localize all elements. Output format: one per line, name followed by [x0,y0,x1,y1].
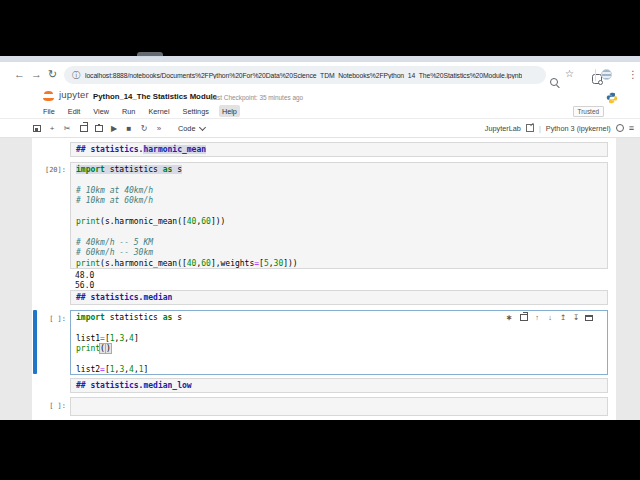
insert-cell-icon[interactable]: + [48,124,56,133]
notebook-toolbar: +✂▶■↻» Code JupyterLab | Python 3 (ipyke… [0,119,640,138]
url-text[interactable]: localhost:8888/notebooks/Documents%2FPyt… [85,72,522,79]
browser-window: ← → ↻ ⓘ localhost:8888/notebooks/Documen… [0,56,640,420]
move-cell-down-icon[interactable]: ↓ [546,313,554,322]
insert-cell-below-icon[interactable]: ↧ [572,313,580,322]
profile-avatar[interactable] [601,69,612,80]
restart-kernel-icon[interactable]: ↻ [140,124,148,133]
restart-run-all-icon[interactable]: » [155,124,163,133]
code-cell-harmonic-mean[interactable]: import statistics as s # 10km at 40km/h#… [70,162,608,269]
jupyterlab-link[interactable]: JupyterLab [485,124,521,133]
toolbar-separator: | [539,124,541,133]
letterbox-top [0,0,640,56]
zoom-level-icon[interactable] [550,78,558,86]
letterbox-bottom [0,420,640,480]
execution-count-20: [20]: [36,166,66,174]
browser-toolbar: ← → ↻ ⓘ localhost:8888/notebooks/Documen… [0,62,640,89]
run-cell-icon[interactable]: ▶ [110,124,118,133]
cell-toolbar: ∗↑↓↥↧ [505,313,593,322]
checkpoint-status: Last Checkpoint: 35 minutes ago [210,94,303,101]
interrupt-kernel-icon[interactable]: ■ [125,124,133,133]
markdown-cell-harmonic-mean[interactable]: ## statistics.harmonic_mean [70,142,608,157]
external-link-icon[interactable] [526,124,534,132]
toolbar-right-group: JupyterLab | Python 3 (ipykernel) ≡ [485,123,634,133]
jupyter-logo [42,90,56,102]
menu-kernel[interactable]: Kernel [145,105,172,117]
duplicate-cell-icon[interactable] [520,314,528,321]
chevron-down-icon [199,123,206,130]
bookmark-star-icon[interactable]: ☆ [565,68,574,79]
menu-run[interactable]: Run [119,105,138,117]
notebook-area: ## statistics.harmonic_mean [20]: import… [0,138,640,420]
browser-menu-icon[interactable]: ⋮ [628,69,638,80]
cell-type-value: Code [178,124,195,133]
insert-cell-above-icon[interactable]: ↥ [559,313,567,322]
notebook-title[interactable]: Python_14_The Statistics Module [93,92,217,101]
copy-cell-icon[interactable] [80,125,88,132]
menu-bar: File Edit View Run Kernel Settings Help … [0,104,640,119]
back-icon[interactable]: ← [14,69,25,80]
notebook-menu-icon[interactable]: ≡ [629,123,634,133]
trusted-button[interactable]: Trusted [573,106,604,117]
execution-count-empty: [ ]: [36,402,66,410]
menu-edit[interactable]: Edit [65,105,84,117]
browser-tab[interactable] [137,52,163,57]
reload-icon[interactable]: ↻ [48,69,57,80]
toolbar-icon-group: +✂▶■↻» [33,124,163,133]
menu-file[interactable]: File [40,105,58,117]
paste-cell-icon[interactable] [95,125,103,132]
save-icon[interactable] [33,125,41,132]
jupyter-brand: jupyter [59,89,89,100]
cut-cell-icon[interactable]: ✂ [63,124,71,133]
menu-help[interactable]: Help [219,105,240,117]
kernel-status-icon [616,124,624,132]
format-cell-icon[interactable]: ∗ [505,313,513,322]
site-info-icon[interactable]: ⓘ [72,70,80,81]
forward-icon[interactable]: → [31,69,42,80]
menu-settings[interactable]: Settings [180,105,212,117]
menu-view[interactable]: View [90,105,112,117]
address-bar[interactable]: ⓘ localhost:8888/notebooks/Documents%2FP… [64,66,546,84]
markdown-cell-median[interactable]: ## statistics.median [70,290,608,305]
cell-output-harmonic-mean: 48.0 56.0 [70,269,608,291]
cell-type-dropdown[interactable]: Code [178,124,205,133]
execution-count-median: [ ]: [36,315,66,323]
video-frame: ← → ↻ ⓘ localhost:8888/notebooks/Documen… [0,0,640,480]
kernel-name[interactable]: Python 3 (ipykernel) [546,124,611,133]
jupyter-header: jupyter Python_14_The Statistics Module … [0,88,640,105]
delete-cell-icon[interactable] [585,315,593,321]
move-cell-up-icon[interactable]: ↑ [533,313,541,322]
code-cell-empty[interactable] [70,397,608,416]
toolbar-divider [595,69,596,81]
markdown-cell-median-low[interactable]: ## statistics.median_low [70,378,608,393]
